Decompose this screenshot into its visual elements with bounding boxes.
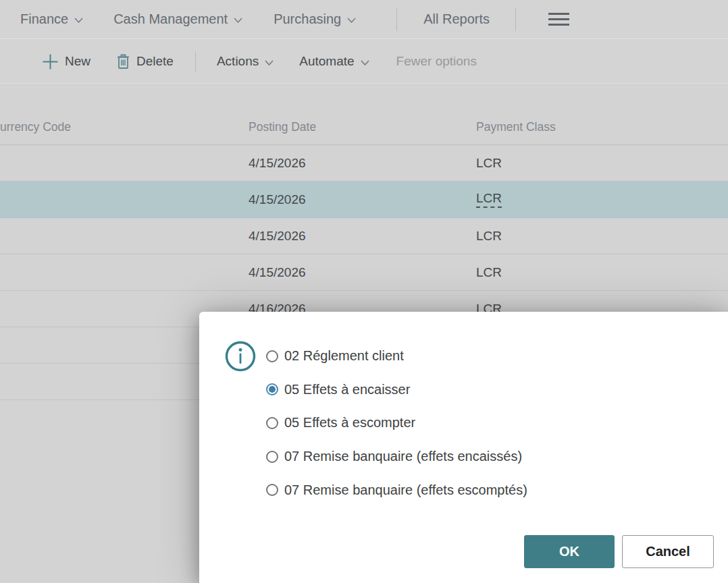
table-row[interactable]: 4/15/2026LCR xyxy=(0,182,728,218)
new-button-label: New xyxy=(65,54,90,69)
table-row[interactable]: 4/15/2026LCR xyxy=(0,218,728,254)
radio-option-label: 07 Remise banquaire (effets escomptés) xyxy=(284,482,527,498)
info-icon xyxy=(224,340,257,372)
column-header-payment-class[interactable]: Payment Class xyxy=(476,120,556,134)
delete-button-label: Delete xyxy=(136,54,174,69)
radio-option[interactable]: 05 Effets à encaisser xyxy=(266,373,527,407)
radio-option[interactable]: 02 Réglement client xyxy=(266,339,527,373)
nav-item-finance[interactable]: Finance xyxy=(20,11,83,27)
table-row[interactable]: 4/15/2026LCR xyxy=(0,254,728,291)
fewer-options-button[interactable]: Fewer options xyxy=(396,54,477,69)
radio-option-label: 05 Effets à escompter xyxy=(284,415,415,431)
table-row[interactable]: 4/15/2026LCR xyxy=(0,145,728,182)
divider xyxy=(396,8,397,31)
radio-unselected-icon[interactable] xyxy=(266,350,278,362)
chevron-down-icon xyxy=(265,60,274,65)
delete-button[interactable]: Delete xyxy=(116,53,174,70)
radio-unselected-icon[interactable] xyxy=(266,417,278,429)
radio-option[interactable]: 05 Effets à escompter xyxy=(266,406,527,440)
nav-item-label: Cash Management xyxy=(113,11,228,27)
action-bar: New Delete Actions Automate Fewer option… xyxy=(0,40,728,84)
app-screen: Finance Cash Management Purchasing All R… xyxy=(0,0,728,583)
ok-button[interactable]: OK xyxy=(524,535,615,568)
payment-class-dialog: 02 Réglement client05 Effets à encaisser… xyxy=(199,312,728,583)
chevron-down-icon xyxy=(234,18,242,23)
cell-posting-date[interactable]: 4/15/2026 xyxy=(249,254,306,290)
nav-item-label: Purchasing xyxy=(274,11,341,27)
radio-option-label: 07 Remise banquaire (effets encaissés) xyxy=(284,449,522,464)
hamburger-menu-icon[interactable] xyxy=(548,13,569,26)
dialog-buttons: OK Cancel xyxy=(524,535,714,568)
top-navbar: Finance Cash Management Purchasing All R… xyxy=(0,0,728,39)
radio-option-label: 05 Effets à encaisser xyxy=(284,382,410,397)
chevron-down-icon xyxy=(347,18,356,23)
radio-unselected-icon[interactable] xyxy=(266,484,278,496)
radio-unselected-icon[interactable] xyxy=(266,451,278,463)
cell-payment-class[interactable]: LCR xyxy=(476,254,502,290)
actions-menu-label: Actions xyxy=(217,54,259,69)
cell-payment-class[interactable]: LCR xyxy=(476,145,502,181)
automate-menu-button[interactable]: Automate xyxy=(299,54,369,69)
nav-item-all-reports[interactable]: All Reports xyxy=(423,11,490,27)
radio-option-label: 02 Réglement client xyxy=(284,348,404,364)
radio-selected-icon[interactable] xyxy=(266,383,278,395)
cell-payment-class[interactable]: LCR xyxy=(476,182,502,217)
column-header-posting-date[interactable]: Posting Date xyxy=(249,120,316,134)
fewer-options-label: Fewer options xyxy=(396,54,477,69)
cancel-button[interactable]: Cancel xyxy=(622,535,714,568)
nav-item-label: Finance xyxy=(20,11,68,27)
automate-menu-label: Automate xyxy=(299,54,354,69)
nav-item-purchasing[interactable]: Purchasing xyxy=(274,11,356,27)
divider xyxy=(195,51,196,72)
table-header-row: urrency Code Posting Date Payment Class xyxy=(0,84,728,145)
nav-item-cash-management[interactable]: Cash Management xyxy=(113,11,242,27)
actions-menu-button[interactable]: Actions xyxy=(217,54,274,69)
nav-item-label: All Reports xyxy=(423,11,490,27)
cell-posting-date[interactable]: 4/15/2026 xyxy=(249,182,306,217)
divider xyxy=(515,8,516,31)
chevron-down-icon xyxy=(361,60,369,65)
column-header-currency-code[interactable]: urrency Code xyxy=(0,120,71,134)
cell-payment-class[interactable]: LCR xyxy=(476,218,502,254)
trash-icon xyxy=(116,53,130,70)
radio-option[interactable]: 07 Remise banquaire (effets encaissés) xyxy=(266,440,527,474)
chevron-down-icon xyxy=(74,18,83,23)
cell-posting-date[interactable]: 4/15/2026 xyxy=(249,218,306,254)
radio-option-group: 02 Réglement client05 Effets à encaisser… xyxy=(266,339,527,507)
plus-icon xyxy=(42,53,59,70)
cell-posting-date[interactable]: 4/15/2026 xyxy=(249,145,306,181)
new-button[interactable]: New xyxy=(42,53,90,70)
radio-option[interactable]: 07 Remise banquaire (effets escomptés) xyxy=(266,473,527,507)
